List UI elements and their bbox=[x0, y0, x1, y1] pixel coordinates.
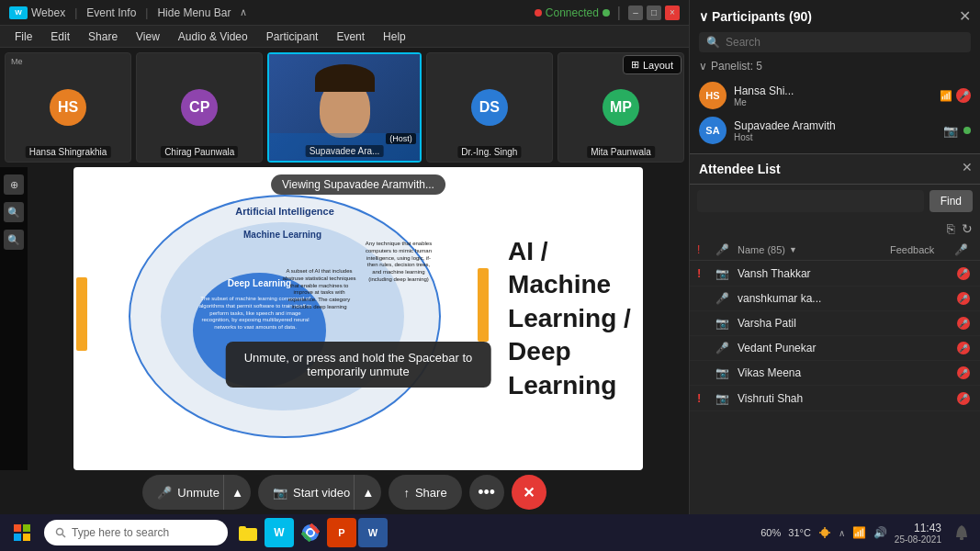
panelist-avatar-supavadee: SA bbox=[699, 117, 727, 144]
attendee-panel-close[interactable]: ✕ bbox=[962, 160, 973, 174]
avatar: CP bbox=[181, 89, 218, 126]
menu-audio-video[interactable]: Audio & Video bbox=[171, 28, 255, 45]
attendee-list-title: Attendee List bbox=[699, 162, 781, 176]
wifi-icon: 📶 bbox=[852, 526, 866, 539]
attendee-name: Vishruti Shah bbox=[738, 392, 954, 405]
mic-icon: 🎤 bbox=[715, 292, 738, 305]
participants-header: ∨ Participants (90) ✕ bbox=[699, 7, 971, 25]
avatar: MP bbox=[603, 89, 639, 126]
minimize-button[interactable]: – bbox=[628, 6, 643, 20]
menu-view[interactable]: View bbox=[129, 28, 167, 45]
svg-rect-2 bbox=[14, 534, 21, 541]
attendee-search-input[interactable] bbox=[697, 190, 924, 212]
annotation-btn-3[interactable]: 🔍 bbox=[4, 230, 24, 250]
participant-name-hansa: Hansa Shingrakhia bbox=[26, 146, 111, 158]
participants-search-box[interactable]: 🔍 bbox=[699, 32, 971, 52]
video-control: 📷 Start video ▲ bbox=[258, 475, 381, 510]
unmute-dropdown[interactable]: ▲ bbox=[223, 475, 251, 510]
word-icon[interactable]: W bbox=[358, 518, 388, 547]
layout-icon: ⊞ bbox=[631, 59, 639, 71]
slide-container: Viewing Supavadee Aramvith... Artificial… bbox=[28, 167, 689, 470]
col-header-exclaim: ! bbox=[697, 243, 715, 256]
notification-button[interactable] bbox=[949, 514, 974, 551]
panelist-name-hansa: Hansa Shi... bbox=[734, 84, 932, 97]
yellow-bar-left bbox=[76, 277, 87, 351]
volume-icon: 🔊 bbox=[873, 526, 887, 539]
yellow-bar-right bbox=[478, 268, 489, 342]
window-controls[interactable]: – □ × bbox=[628, 6, 680, 20]
slide-diagram: Artificial Intelligence Machine Learning… bbox=[73, 167, 496, 470]
attendee-row[interactable]: ! 📷 Vansh Thakkar 🎤 bbox=[690, 261, 980, 287]
chrome-icon[interactable] bbox=[296, 518, 325, 547]
svg-point-10 bbox=[308, 530, 313, 535]
attendee-row[interactable]: 🎤 vanshkumar ka... 🎤 bbox=[690, 287, 980, 311]
taskbar-search[interactable]: Type here to search bbox=[44, 520, 228, 545]
menu-edit[interactable]: Edit bbox=[43, 28, 77, 45]
close-button[interactable]: × bbox=[665, 6, 680, 20]
clock: 11:43 25-08-2021 bbox=[895, 522, 941, 545]
ai-text: AI /MachineLearning /DeepLearning bbox=[508, 235, 631, 402]
copy-icon[interactable]: ⎘ bbox=[947, 221, 954, 236]
taskbar-search-text: Type here to search bbox=[72, 526, 169, 539]
start-video-button[interactable]: 📷 Start video bbox=[258, 475, 354, 510]
attendee-row[interactable]: 📷 Varsha Patil 🎤 bbox=[690, 311, 980, 336]
layout-button[interactable]: ⊞ Layout bbox=[623, 55, 681, 74]
menu-participant[interactable]: Participant bbox=[259, 28, 326, 45]
share-button[interactable]: ↑ Share bbox=[389, 475, 461, 510]
search-icon bbox=[55, 527, 66, 538]
oval-ai-label: Artificial Intelligence bbox=[235, 206, 334, 217]
participant-chirag[interactable]: CP Chirag Paunwala bbox=[136, 52, 263, 163]
desc-ai: Any technique that enables computers to … bbox=[363, 241, 434, 284]
panelist-name-supavadee: Supavadee Aramvith bbox=[734, 119, 936, 132]
refresh-icon[interactable]: ↻ bbox=[962, 221, 973, 236]
participants-search-input[interactable] bbox=[726, 36, 963, 49]
panelist-supavadee: SA Supavadee Aramvith Host 📷 bbox=[699, 113, 971, 148]
webex-taskbar-icon[interactable]: W bbox=[265, 518, 294, 547]
attendee-name: vanshkumar ka... bbox=[738, 292, 954, 305]
participants-close[interactable]: ✕ bbox=[959, 7, 971, 25]
attendee-list-header: Attendee List bbox=[690, 154, 980, 185]
hide-menu-bar[interactable]: Hide Menu Bar bbox=[157, 6, 231, 19]
taskbar: Type here to search W bbox=[0, 514, 980, 551]
leave-button[interactable]: ✕ bbox=[512, 475, 546, 510]
svg-rect-3 bbox=[23, 534, 30, 541]
exclaim-icon: ! bbox=[697, 266, 715, 280]
annotation-btn-2[interactable]: 🔍 bbox=[4, 202, 24, 222]
participants-title-text: Participants (90) bbox=[712, 9, 812, 24]
video-dropdown[interactable]: ▲ bbox=[354, 475, 381, 510]
unmute-control: 🎤 Unmute ▲ bbox=[142, 475, 251, 510]
share-label: Share bbox=[415, 486, 447, 500]
powerpoint-icon[interactable]: P bbox=[327, 518, 356, 547]
more-button[interactable]: ••• bbox=[469, 475, 504, 510]
taskbar-apps: W P W bbox=[228, 518, 393, 547]
find-button[interactable]: Find bbox=[929, 190, 973, 212]
attendee-search-row: Find bbox=[690, 185, 980, 218]
menu-event[interactable]: Event bbox=[329, 28, 372, 45]
attendee-row[interactable]: 📷 Vikas Meena 🎤 bbox=[690, 361, 980, 386]
menu-file[interactable]: File bbox=[7, 28, 39, 45]
exclaim-icon: ! bbox=[697, 391, 715, 405]
svg-point-4 bbox=[57, 529, 63, 535]
attendee-row[interactable]: 🎤 Vedant Punekar 🎤 bbox=[690, 336, 980, 361]
participant-singh[interactable]: DS Dr.-Ing. Singh bbox=[426, 52, 553, 163]
menu-help[interactable]: Help bbox=[376, 28, 413, 45]
webex-logo-icon: W bbox=[9, 6, 28, 19]
camera-icon: 📷 bbox=[943, 124, 958, 138]
annotation-btn-1[interactable]: ⊕ bbox=[4, 174, 24, 195]
attendee-row[interactable]: ! 📷 Vishruti Shah 🎤 bbox=[690, 386, 980, 411]
participant-name-chirag: Chirag Paunwala bbox=[161, 146, 238, 158]
participant-supavadee[interactable]: (Host) Supavadee Ara... bbox=[267, 52, 421, 163]
unmute-button[interactable]: 🎤 Unmute bbox=[142, 475, 223, 510]
maximize-button[interactable]: □ bbox=[647, 6, 661, 20]
tray-expand[interactable]: ∧ bbox=[839, 528, 845, 538]
start-video-label: Start video bbox=[293, 486, 350, 500]
col-header-feedback: Feedback bbox=[890, 244, 954, 255]
event-info-link[interactable]: Event Info bbox=[86, 6, 136, 19]
connected-dot bbox=[603, 9, 610, 17]
unmute-tooltip: Unmute, or press and hold the Spacebar t… bbox=[226, 342, 491, 388]
red-mic-icon: 🎤 bbox=[957, 267, 970, 280]
file-explorer-icon[interactable] bbox=[233, 518, 263, 547]
participant-hansa[interactable]: HS Me Hansa Shingrakhia bbox=[5, 52, 131, 163]
start-button[interactable] bbox=[0, 514, 44, 551]
menu-share[interactable]: Share bbox=[81, 28, 125, 45]
